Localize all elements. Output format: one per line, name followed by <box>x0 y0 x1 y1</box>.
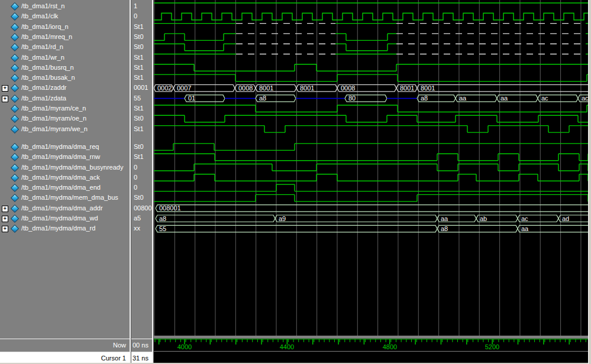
signal-name[interactable]: /tb_dma1/mydma/dma_end <box>21 183 101 193</box>
signal-name[interactable]: /tb_dma1/myram/oe_n <box>21 113 86 124</box>
signal-name[interactable]: /tb_dma1/mydma/mem_dma_bus <box>21 193 118 203</box>
signal-name[interactable]: /tb_dma1/busak_n <box>21 73 75 83</box>
signal-value-row: St1 <box>131 22 152 32</box>
waveform-canvas[interactable]: 0002000700088001800100088001800101a880a8… <box>154 0 588 336</box>
signal-value: St1 <box>134 152 144 162</box>
signal-value-row: St0 <box>131 42 152 52</box>
signal-value: 0001 <box>134 83 148 93</box>
bus-value-label: 8001 <box>400 84 414 92</box>
expand-button[interactable]: + <box>2 85 8 92</box>
signal-value-row: St0 <box>131 32 152 42</box>
expand-button[interactable]: + <box>2 96 8 102</box>
signal-name[interactable]: /tb_dma1/mydma/dma_addr <box>21 203 103 213</box>
signal-value-row: St1 <box>131 53 152 63</box>
signal-name[interactable]: /tb_dma1/rd_n <box>21 42 63 52</box>
now-label: Now <box>0 339 126 351</box>
signal-row[interactable]: /tb_dma1/mydma/dma_ack <box>0 173 130 183</box>
cursor-label[interactable]: Cursor 1 <box>0 352 126 364</box>
now-row: Now 00 ns <box>0 339 154 352</box>
signal-value-row: 008001 <box>131 203 152 213</box>
signal-name[interactable]: /tb_dma1/zdata <box>21 93 66 103</box>
bus-value-label: 8001 <box>421 84 435 92</box>
signal-row[interactable]: /tb_dma1/busrq_n <box>0 63 130 73</box>
expand-button[interactable]: + <box>2 216 8 222</box>
signal-name[interactable]: /tb_dma1/mydma/dma_busynready <box>21 162 123 173</box>
signal-name[interactable]: /tb_dma1/mydma/dma_wd <box>21 213 98 223</box>
signal-name[interactable]: /tb_dma1/myram/ce_n <box>21 103 86 113</box>
bus-value-label: ad <box>562 215 569 222</box>
signal-row[interactable]: +/tb_dma1/mydma/dma_addr <box>0 203 130 213</box>
signal-row[interactable]: /tb_dma1/mydma/mem_dma_bus <box>0 193 130 203</box>
cursor-row[interactable]: Cursor 1 31 ns <box>0 352 154 363</box>
signal-row[interactable]: /tb_dma1/mydma/dma_busynready <box>0 162 130 173</box>
signal-name[interactable]: /tb_dma1/wr_n <box>21 53 64 63</box>
signal-icon <box>11 64 19 72</box>
signal-value: St1 <box>134 73 144 83</box>
bus-value-label: aa <box>459 95 467 102</box>
ruler-time-label: 4800 <box>383 343 397 350</box>
panel-divider[interactable] <box>152 0 153 364</box>
signal-value: 0 <box>134 162 137 173</box>
expand-button[interactable]: + <box>2 206 8 212</box>
signal-row[interactable]: /tb_dma1/wr_n <box>0 53 130 63</box>
bus-value-label: 0002 <box>157 84 172 92</box>
signal-row[interactable]: /tb_dma1/myram/oe_n <box>0 113 130 124</box>
now-value: 00 ns <box>133 339 152 351</box>
signal-value-row: St0 <box>131 113 152 124</box>
signal-value-row: St1 <box>131 152 152 162</box>
signal-row[interactable]: +/tb_dma1/zdata <box>0 93 130 103</box>
signal-value-row: a5 <box>131 213 152 223</box>
signal-row[interactable]: /tb_dma1/rst_n <box>0 1 130 11</box>
signal-value-row: St1 <box>131 124 152 134</box>
signal-row[interactable]: /tb_dma1/mydma/dma_end <box>0 183 130 193</box>
signal-row[interactable]: +/tb_dma1/mydma/dma_rd <box>0 223 130 233</box>
signal-value: St0 <box>134 42 144 52</box>
time-ruler[interactable]: 40004400480052005600 <box>154 339 588 351</box>
signal-name[interactable]: /tb_dma1/clk <box>21 11 58 21</box>
signal-row[interactable]: /tb_dma1/myram/we_n <box>0 124 130 134</box>
signal-name[interactable]: /tb_dma1/myram/we_n <box>21 124 88 134</box>
signal-row[interactable]: /tb_dma1/rd_n <box>0 42 130 52</box>
signal-name[interactable]: /tb_dma1/mydma/dma_rd <box>21 223 95 233</box>
signal-name[interactable]: /tb_dma1/mydma/dma_ack <box>21 173 100 183</box>
signal-name[interactable]: /tb_dma1/busrq_n <box>21 63 74 73</box>
signal-value-row: 1 <box>131 1 152 11</box>
signal-row[interactable]: /tb_dma1/busak_n <box>0 73 130 83</box>
signal-name[interactable]: /tb_dma1/mydma/dma_req <box>21 142 99 152</box>
wave-window: /tb_dma1/rst_n/tb_dma1/clk/tb_dma1/iorq_… <box>0 0 591 364</box>
signal-name[interactable]: /tb_dma1/rst_n <box>21 1 64 11</box>
ruler-time-label: 4000 <box>177 343 192 350</box>
signal-row[interactable]: /tb_dma1/mydma/dma_req <box>0 142 130 152</box>
signal-name[interactable]: /tb_dma1/iorq_n <box>21 22 69 32</box>
signal-value-row: 0 <box>131 11 152 21</box>
bus-value-label: 0008 <box>238 84 253 92</box>
signal-name[interactable]: /tb_dma1/mydma/dma_rnw <box>21 152 100 162</box>
signal-value: St0 <box>134 193 144 203</box>
signal-row[interactable]: /tb_dma1/iorq_n <box>0 22 130 32</box>
bus-value-label: a9 <box>279 215 286 222</box>
signal-row[interactable]: /tb_dma1/myram/ce_n <box>0 103 130 113</box>
signal-value-row: St0 <box>131 193 152 203</box>
bus-value-label: ac <box>521 215 528 222</box>
bus-value-label: aa <box>500 95 508 102</box>
signal-name[interactable]: /tb_dma1/zaddr <box>21 83 66 93</box>
signal-name[interactable]: /tb_dma1/mreq_n <box>21 32 72 42</box>
bus-value-label: 01 <box>188 95 195 102</box>
bus-value-label: ac <box>582 95 588 102</box>
signal-icon <box>11 74 19 82</box>
signal-row[interactable]: +/tb_dma1/mydma/dma_wd <box>0 213 130 223</box>
signal-icon <box>11 23 19 31</box>
signal-icon <box>11 12 19 21</box>
signal-row[interactable]: /tb_dma1/mydma/dma_rnw <box>0 152 130 162</box>
signal-value-row: 55 <box>131 93 152 103</box>
signal-row[interactable]: /tb_dma1/clk <box>0 11 130 21</box>
signal-value: St1 <box>134 22 144 32</box>
signal-row[interactable]: +/tb_dma1/zaddr <box>0 83 130 93</box>
expand-button[interactable]: + <box>2 226 8 232</box>
panel-divider[interactable] <box>130 0 131 364</box>
signal-value: 0 <box>134 173 137 183</box>
signal-icon <box>11 2 19 11</box>
signal-row[interactable]: /tb_dma1/mreq_n <box>0 32 130 42</box>
bus-value-label: a8 <box>259 95 266 102</box>
cursor-track[interactable] <box>154 352 588 363</box>
